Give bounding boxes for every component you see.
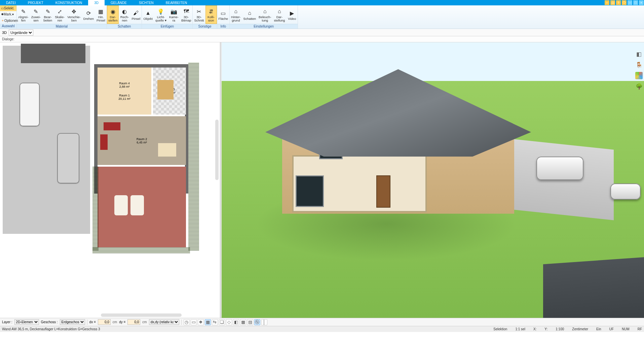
car-3d	[610, 183, 641, 200]
kamera-label: Kame- ra	[169, 15, 179, 22]
sofa	[104, 122, 120, 130]
select-btn[interactable]: ▭ Selekt.	[0, 5, 16, 11]
bottom-diamond-icon[interactable]: ◇	[226, 319, 232, 325]
group-label: Einfügen	[142, 24, 192, 29]
verschieben-button[interactable]: ✥Verschie- ben	[66, 5, 82, 24]
bitmap3d-button[interactable]: 🗺3D- Bitmap	[180, 5, 193, 24]
zuweisen-button[interactable]: ✎Zuwei- sen	[30, 5, 42, 24]
ribbon-group-material: ✎Abgrei- fen✎Zuwei- sen✎Bear- beiten⤢Ska…	[17, 5, 107, 29]
video-label: Video	[288, 17, 296, 20]
armchair	[100, 134, 108, 150]
kollision-button[interactable]: ⇵Kolli- sion	[205, 5, 217, 24]
menu-tab-3d[interactable]: 3D	[88, 0, 105, 5]
menu-tab-konstruktion[interactable]: KONSTRUKTION	[49, 0, 88, 5]
options-btn[interactable]: ＋Optionen	[0, 18, 16, 24]
window-close-icon[interactable]: ×	[639, 0, 644, 5]
bearbeiten-button[interactable]: ✎Bear- beiten	[42, 5, 53, 24]
ribbon-group-schatten: ◉Dar- stellen◐Rech- nen🖌PinselSchatten	[107, 5, 142, 29]
bottom-monitor-icon[interactable]: ▭	[191, 319, 197, 325]
pinsel-button[interactable]: 🖌Pinsel	[130, 5, 142, 24]
kamera-button[interactable]: 📷Kame- ra	[168, 5, 180, 24]
terrain-dropdown[interactable]: Urgelände	[9, 30, 33, 36]
info-icon[interactable]: ❍	[622, 0, 627, 5]
bottom-bar-icon[interactable]: │	[261, 319, 267, 325]
skalieren-icon: ⤢	[56, 8, 64, 15]
plan-2d-view[interactable]: Raum 42,88 m² Raum 120,11 m² Raum 325,90…	[0, 42, 220, 318]
lichtquelle-button[interactable]: 💡Licht- quelle ▾	[154, 5, 168, 24]
beleuchtung-button[interactable]: ⌂Beleuch- tung	[257, 5, 273, 24]
car-2d	[57, 133, 79, 183]
scrollbar-horizontal[interactable]	[101, 313, 182, 317]
door	[376, 175, 390, 208]
flaeche-button[interactable]: ▭Fläche	[217, 5, 230, 24]
toggle-icon[interactable]: ↔	[605, 0, 609, 5]
darstellung-button[interactable]: ⌂Dar- stellung	[273, 5, 287, 24]
abgreifen-button[interactable]: ✎Abgrei- fen	[17, 5, 30, 24]
menu-tab-datei[interactable]: DATEI	[0, 0, 22, 5]
verschieben-icon: ✥	[70, 8, 78, 15]
bitmap3d-icon: 🗺	[183, 8, 190, 15]
objekt-button[interactable]: ▲Objekt	[142, 5, 154, 24]
dx-input[interactable]	[98, 319, 111, 325]
unit-cm: cm	[142, 320, 147, 324]
scrollbar-vertical[interactable]	[215, 120, 219, 180]
layers-icon[interactable]: ◧	[635, 50, 643, 58]
relative-select[interactable]: dx,dy (relativ ka	[149, 319, 179, 325]
layer-select[interactable]: 2D-Elemen	[14, 319, 39, 325]
darstellen-label: Dar- stellen	[108, 15, 117, 22]
video-icon: ▶	[288, 9, 296, 17]
rechnen-label: Rech- nen	[120, 15, 129, 22]
bottom-grid-icon[interactable]: ▦	[240, 319, 246, 325]
flaeche-label: Fläche	[219, 17, 228, 20]
window-max-icon[interactable]: □	[633, 0, 638, 5]
selection-column: ▭ Selekt. ✸ Mark. ▾ ＋Optionen Auswahl	[0, 5, 17, 29]
schatten-button[interactable]: ⌂Schatten	[242, 5, 258, 24]
schatten-label: Schatten	[243, 17, 256, 20]
schnitt3d-icon: ✂	[195, 8, 203, 15]
abgreifen-icon: ✎	[20, 8, 27, 15]
schnitt3d-label: 3D- Schnitt	[194, 15, 204, 22]
furniture-icon[interactable]: 🪑	[635, 61, 643, 69]
status-x: X:	[533, 327, 536, 331]
palette-icon[interactable]	[635, 72, 643, 79]
render-3d-view[interactable]	[222, 42, 644, 318]
schnitt3d-button[interactable]: ✂3D- Schnitt	[193, 5, 205, 24]
skalieren-button[interactable]: ⤢Skalie- ren	[53, 5, 66, 24]
wall	[94, 64, 188, 68]
bottom-layers2-icon[interactable]: ❏	[219, 319, 225, 325]
menu-tab-bearbeiten[interactable]: BEARBEITEN	[160, 0, 193, 5]
bottom-cube-icon[interactable]: ◧	[233, 319, 239, 325]
drehen-button[interactable]: ⟳Drehen	[82, 5, 95, 24]
darstellen-icon: ◉	[109, 8, 117, 15]
bitmap3d-label: 3D- Bitmap	[181, 15, 191, 22]
hinpinsel-button[interactable]: ▦Hin. Pinsel	[95, 5, 107, 24]
status-units: Zentimeter	[572, 327, 588, 331]
hintergrund-button[interactable]: ⌂Hinter- grund	[230, 5, 242, 24]
panel-icon[interactable]: ◫	[610, 0, 615, 5]
objekt-icon: ▲	[144, 9, 152, 17]
hedge	[188, 62, 199, 251]
storey-select[interactable]: Erdgeschos	[60, 319, 85, 325]
window-min-icon[interactable]: –	[628, 0, 632, 5]
bottom-arrowswap-icon[interactable]: ⇆	[212, 319, 218, 325]
status-y: Y:	[544, 327, 547, 331]
mark-btn[interactable]: ✸ Mark. ▾	[0, 11, 16, 17]
tree-icon[interactable]: 🌳	[635, 83, 643, 90]
darstellung-icon: ⌂	[276, 8, 283, 15]
menu-tab-sichten[interactable]: SICHTEN	[133, 0, 160, 5]
bottom-boxwire-icon[interactable]: ▦	[205, 319, 211, 325]
bottom-circleN-icon[interactable]: Ⓝ	[254, 319, 260, 325]
glass-door	[296, 175, 324, 207]
bearbeiten-icon: ✎	[44, 8, 51, 15]
bottom-clock-icon[interactable]: ◷	[184, 319, 190, 325]
menu-tab-gelände[interactable]: GELÄNDE	[105, 0, 133, 5]
right-tool-strip: ◧ 🪑 🌳	[635, 50, 643, 90]
bottom-hatch-icon[interactable]: ▨	[247, 319, 253, 325]
video-button[interactable]: ▶Video	[286, 5, 298, 24]
dy-input[interactable]	[127, 319, 140, 325]
bottom-stack-icon[interactable]: ❖	[198, 319, 204, 325]
menu-tab-projekt[interactable]: PROJEKT	[22, 0, 49, 5]
darstellen-button[interactable]: ◉Dar- stellen	[107, 5, 119, 24]
rechnen-button[interactable]: ◐Rech- nen	[119, 5, 130, 24]
help-icon[interactable]: ?	[616, 0, 621, 5]
